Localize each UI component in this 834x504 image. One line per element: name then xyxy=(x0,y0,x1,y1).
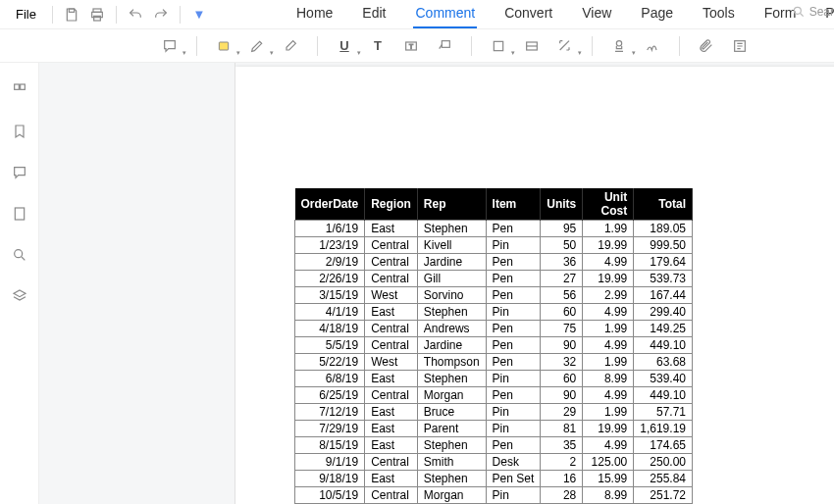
search-input[interactable]: Sear xyxy=(792,5,834,19)
table-cell: Stephen xyxy=(417,471,486,487)
table-cell: 149.25 xyxy=(634,321,693,337)
table-cell: Central xyxy=(365,337,418,354)
table-cell: Pin xyxy=(486,487,541,504)
table-cell: 5/5/19 xyxy=(295,337,365,354)
bookmark-icon[interactable] xyxy=(8,120,31,143)
shape-icon[interactable] xyxy=(486,33,511,59)
tab-home[interactable]: Home xyxy=(294,1,335,28)
tab-tools[interactable]: Tools xyxy=(701,1,737,28)
table-cell: Pen xyxy=(486,337,541,354)
highlight-icon[interactable] xyxy=(211,33,236,59)
table-row: 7/29/19EastParentPin8119.991,619.19 xyxy=(295,421,693,437)
area-highlight-icon[interactable] xyxy=(519,33,545,59)
tab-comment[interactable]: Comment xyxy=(413,1,477,28)
table-row: 2/26/19CentralGillPen2719.99539.73 xyxy=(295,271,693,287)
eraser-icon[interactable] xyxy=(278,33,303,59)
table-cell: 2.99 xyxy=(583,287,634,304)
table-cell: Central xyxy=(365,454,418,471)
tab-view[interactable]: View xyxy=(580,1,613,28)
comments-panel-icon[interactable] xyxy=(8,161,31,184)
separator xyxy=(317,36,318,56)
table-cell: Central xyxy=(365,387,418,404)
table-cell: 167.44 xyxy=(634,287,693,304)
table-cell: 19.99 xyxy=(583,271,634,287)
orders-table: OrderDateRegionRepItemUnitsUnit CostTota… xyxy=(294,188,693,504)
callout-icon[interactable] xyxy=(432,33,457,59)
tab-convert[interactable]: Convert xyxy=(502,1,554,28)
attachments-panel-icon[interactable] xyxy=(8,202,31,226)
table-cell: Pen xyxy=(486,437,541,454)
table-cell: Bruce xyxy=(417,404,486,421)
table-cell: 28 xyxy=(541,487,583,504)
table-cell: 189.05 xyxy=(634,221,693,237)
typewriter-icon[interactable]: T xyxy=(365,33,391,59)
note-icon[interactable] xyxy=(157,33,182,59)
table-cell: Stephen xyxy=(417,304,486,321)
table-cell: 60 xyxy=(541,371,583,387)
table-cell: 174.65 xyxy=(634,437,693,454)
table-cell: 90 xyxy=(541,337,583,354)
table-row: 6/25/19CentralMorganPen904.99449.10 xyxy=(295,387,693,404)
table-cell: 8/15/19 xyxy=(295,437,365,454)
search-panel-icon[interactable] xyxy=(8,243,31,267)
table-cell: Pin xyxy=(486,421,541,437)
table-cell: East xyxy=(365,304,418,321)
table-cell: 1,619.19 xyxy=(634,421,693,437)
signature-icon[interactable] xyxy=(640,33,665,59)
table-cell: Central xyxy=(365,487,418,504)
table-cell: 35 xyxy=(541,437,583,454)
svg-rect-0 xyxy=(69,9,74,12)
table-cell: 50 xyxy=(541,237,583,254)
table-cell: 27 xyxy=(541,271,583,287)
save-icon[interactable] xyxy=(61,4,82,25)
document-viewport[interactable]: OrderDateRegionRepItemUnitsUnit CostTota… xyxy=(235,63,834,504)
redo-icon[interactable] xyxy=(150,4,172,25)
file-menu[interactable]: File xyxy=(6,3,46,25)
table-header: OrderDate xyxy=(295,188,365,221)
undo-icon[interactable] xyxy=(125,4,146,25)
measure-icon[interactable] xyxy=(552,33,578,59)
layers-icon[interactable] xyxy=(8,284,31,308)
table-cell: Pen xyxy=(486,287,541,304)
svg-rect-9 xyxy=(494,41,502,50)
svg-rect-8 xyxy=(442,40,449,47)
table-cell: 4.99 xyxy=(583,437,634,454)
underline-icon[interactable]: U xyxy=(332,33,357,59)
table-row: 4/18/19CentralAndrewsPen751.99149.25 xyxy=(295,321,693,337)
table-cell: Pen xyxy=(486,387,541,404)
table-cell: 56 xyxy=(541,287,583,304)
table-cell: Thompson xyxy=(417,354,486,371)
table-cell: 10/5/19 xyxy=(295,487,365,504)
attachment-icon[interactable] xyxy=(694,33,719,59)
tab-page[interactable]: Page xyxy=(639,1,675,28)
stamp-icon[interactable] xyxy=(606,33,632,59)
table-header: Rep xyxy=(417,188,486,221)
table-header: Total xyxy=(634,188,693,221)
manage-comments-icon[interactable] xyxy=(727,33,753,59)
table-cell: 5/22/19 xyxy=(295,354,365,371)
table-cell: Pin xyxy=(486,404,541,421)
svg-rect-13 xyxy=(14,84,19,89)
table-row: 1/6/19EastStephenPen951.99189.05 xyxy=(295,221,693,237)
table-cell: 63.68 xyxy=(634,354,693,371)
separator xyxy=(592,36,593,56)
table-cell: 4/1/19 xyxy=(295,304,365,321)
table-cell: 4/18/19 xyxy=(295,321,365,337)
table-cell: 2/26/19 xyxy=(295,271,365,287)
svg-point-16 xyxy=(14,250,22,258)
table-cell: East xyxy=(365,404,418,421)
thumbnails-icon[interactable] xyxy=(8,78,31,102)
separator xyxy=(180,6,181,24)
print-icon[interactable] xyxy=(86,4,108,25)
table-cell: Pin xyxy=(486,304,541,321)
quick-access-icon[interactable]: ▼ xyxy=(188,4,210,25)
table-cell: East xyxy=(365,221,418,237)
textbox-icon[interactable]: T xyxy=(398,33,424,59)
table-cell: Gill xyxy=(417,271,486,287)
table-cell: Morgan xyxy=(417,487,486,504)
table-cell: 75 xyxy=(541,321,583,337)
table-cell: Stephen xyxy=(417,371,486,387)
separator xyxy=(116,6,117,24)
tab-edit[interactable]: Edit xyxy=(360,1,388,28)
pencil-icon[interactable] xyxy=(244,33,270,59)
